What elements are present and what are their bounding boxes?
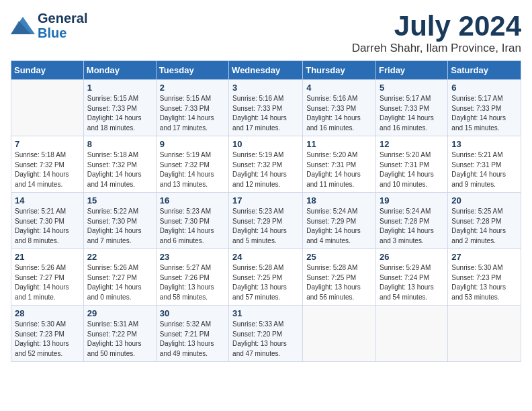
calendar-cell: 6Sunrise: 5:17 AM Sunset: 7:33 PM Daylig… <box>448 80 521 136</box>
day-number: 27 <box>451 252 517 262</box>
day-number: 11 <box>306 139 372 149</box>
calendar-cell: 4Sunrise: 5:16 AM Sunset: 7:33 PM Daylig… <box>303 80 376 136</box>
header-wednesday: Wednesday <box>229 61 303 80</box>
day-number: 10 <box>232 139 299 149</box>
cell-content: Sunrise: 5:30 AM Sunset: 7:23 PM Dayligh… <box>451 263 517 302</box>
logo-text-general: General <box>38 11 87 26</box>
week-row-4: 21Sunrise: 5:26 AM Sunset: 7:27 PM Dayli… <box>11 249 521 306</box>
calendar-cell: 1Sunrise: 5:15 AM Sunset: 7:33 PM Daylig… <box>83 80 156 136</box>
cell-content: Sunrise: 5:28 AM Sunset: 7:25 PM Dayligh… <box>306 263 372 302</box>
calendar-cell: 28Sunrise: 5:30 AM Sunset: 7:23 PM Dayli… <box>11 306 84 362</box>
logo-text-blue: Blue <box>38 26 87 40</box>
cell-content: Sunrise: 5:19 AM Sunset: 7:32 PM Dayligh… <box>160 150 225 189</box>
cell-content: Sunrise: 5:23 AM Sunset: 7:29 PM Dayligh… <box>232 207 299 246</box>
calendar-cell: 30Sunrise: 5:32 AM Sunset: 7:21 PM Dayli… <box>156 306 228 362</box>
calendar-header-row: Sunday Monday Tuesday Wednesday Thursday… <box>11 61 521 80</box>
day-number: 3 <box>232 83 299 93</box>
header-friday: Friday <box>376 61 448 80</box>
cell-content: Sunrise: 5:18 AM Sunset: 7:32 PM Dayligh… <box>15 150 80 189</box>
day-number: 8 <box>87 139 152 149</box>
day-number: 31 <box>232 308 299 318</box>
header-saturday: Saturday <box>448 61 521 80</box>
calendar-cell: 9Sunrise: 5:19 AM Sunset: 7:32 PM Daylig… <box>156 136 228 193</box>
header: General Blue July 2024 Darreh Shahr, Ila… <box>11 11 521 55</box>
calendar-cell: 7Sunrise: 5:18 AM Sunset: 7:32 PM Daylig… <box>11 136 84 193</box>
calendar-cell: 10Sunrise: 5:19 AM Sunset: 7:32 PM Dayli… <box>229 136 303 193</box>
location-title: Darreh Shahr, Ilam Province, Iran <box>352 42 521 55</box>
cell-content: Sunrise: 5:16 AM Sunset: 7:33 PM Dayligh… <box>232 94 299 133</box>
cell-content: Sunrise: 5:30 AM Sunset: 7:23 PM Dayligh… <box>15 320 80 359</box>
calendar-cell: 13Sunrise: 5:21 AM Sunset: 7:31 PM Dayli… <box>448 136 521 193</box>
cell-content: Sunrise: 5:24 AM Sunset: 7:28 PM Dayligh… <box>380 207 444 246</box>
cell-content: Sunrise: 5:23 AM Sunset: 7:30 PM Dayligh… <box>160 207 225 246</box>
calendar-cell: 17Sunrise: 5:23 AM Sunset: 7:29 PM Dayli… <box>229 193 303 249</box>
cell-content: Sunrise: 5:21 AM Sunset: 7:31 PM Dayligh… <box>451 150 517 189</box>
week-row-1: 1Sunrise: 5:15 AM Sunset: 7:33 PM Daylig… <box>11 80 521 136</box>
calendar-cell: 8Sunrise: 5:18 AM Sunset: 7:32 PM Daylig… <box>83 136 156 193</box>
day-number: 13 <box>451 139 517 149</box>
calendar-cell: 24Sunrise: 5:28 AM Sunset: 7:25 PM Dayli… <box>229 249 303 306</box>
cell-content: Sunrise: 5:22 AM Sunset: 7:30 PM Dayligh… <box>87 207 152 246</box>
cell-content: Sunrise: 5:15 AM Sunset: 7:33 PM Dayligh… <box>87 94 152 133</box>
calendar-cell: 2Sunrise: 5:15 AM Sunset: 7:33 PM Daylig… <box>156 80 228 136</box>
cell-content: Sunrise: 5:27 AM Sunset: 7:26 PM Dayligh… <box>160 263 225 302</box>
cell-content: Sunrise: 5:26 AM Sunset: 7:27 PM Dayligh… <box>87 263 152 302</box>
day-number: 23 <box>160 252 225 262</box>
cell-content: Sunrise: 5:24 AM Sunset: 7:29 PM Dayligh… <box>306 207 372 246</box>
day-number: 12 <box>380 139 444 149</box>
day-number: 28 <box>15 308 80 318</box>
day-number: 25 <box>306 252 372 262</box>
day-number: 6 <box>451 83 517 93</box>
day-number: 14 <box>15 195 80 205</box>
cell-content: Sunrise: 5:25 AM Sunset: 7:28 PM Dayligh… <box>451 207 517 246</box>
cell-content: Sunrise: 5:19 AM Sunset: 7:32 PM Dayligh… <box>232 150 299 189</box>
calendar-cell: 25Sunrise: 5:28 AM Sunset: 7:25 PM Dayli… <box>303 249 376 306</box>
cell-content: Sunrise: 5:32 AM Sunset: 7:21 PM Dayligh… <box>160 320 225 359</box>
calendar-cell: 12Sunrise: 5:20 AM Sunset: 7:31 PM Dayli… <box>376 136 448 193</box>
week-row-2: 7Sunrise: 5:18 AM Sunset: 7:32 PM Daylig… <box>11 136 521 193</box>
day-number: 16 <box>160 195 225 205</box>
logo: General Blue <box>11 11 87 40</box>
day-number: 24 <box>232 252 299 262</box>
cell-content: Sunrise: 5:16 AM Sunset: 7:33 PM Dayligh… <box>306 94 372 133</box>
cell-content: Sunrise: 5:20 AM Sunset: 7:31 PM Dayligh… <box>380 150 444 189</box>
day-number: 22 <box>87 252 152 262</box>
cell-content: Sunrise: 5:29 AM Sunset: 7:24 PM Dayligh… <box>380 263 444 302</box>
week-row-3: 14Sunrise: 5:21 AM Sunset: 7:30 PM Dayli… <box>11 193 521 249</box>
cell-content: Sunrise: 5:28 AM Sunset: 7:25 PM Dayligh… <box>232 263 299 302</box>
day-number: 19 <box>380 195 444 205</box>
cell-content: Sunrise: 5:26 AM Sunset: 7:27 PM Dayligh… <box>15 263 80 302</box>
calendar-cell: 11Sunrise: 5:20 AM Sunset: 7:31 PM Dayli… <box>303 136 376 193</box>
calendar-cell: 3Sunrise: 5:16 AM Sunset: 7:33 PM Daylig… <box>229 80 303 136</box>
calendar-cell: 31Sunrise: 5:33 AM Sunset: 7:20 PM Dayli… <box>229 306 303 362</box>
cell-content: Sunrise: 5:31 AM Sunset: 7:22 PM Dayligh… <box>87 320 152 359</box>
calendar-cell: 16Sunrise: 5:23 AM Sunset: 7:30 PM Dayli… <box>156 193 228 249</box>
calendar-cell: 23Sunrise: 5:27 AM Sunset: 7:26 PM Dayli… <box>156 249 228 306</box>
calendar-cell: 26Sunrise: 5:29 AM Sunset: 7:24 PM Dayli… <box>376 249 448 306</box>
day-number: 30 <box>160 308 225 318</box>
calendar-cell: 27Sunrise: 5:30 AM Sunset: 7:23 PM Dayli… <box>448 249 521 306</box>
calendar-cell: 19Sunrise: 5:24 AM Sunset: 7:28 PM Dayli… <box>376 193 448 249</box>
cell-content: Sunrise: 5:21 AM Sunset: 7:30 PM Dayligh… <box>15 207 80 246</box>
day-number: 7 <box>15 139 80 149</box>
day-number: 26 <box>380 252 444 262</box>
day-number: 1 <box>87 83 152 93</box>
cell-content: Sunrise: 5:18 AM Sunset: 7:32 PM Dayligh… <box>87 150 152 189</box>
title-area: July 2024 Darreh Shahr, Ilam Province, I… <box>352 11 521 55</box>
calendar-table: Sunday Monday Tuesday Wednesday Thursday… <box>11 60 521 362</box>
day-number: 20 <box>451 195 517 205</box>
header-thursday: Thursday <box>303 61 376 80</box>
cell-content: Sunrise: 5:17 AM Sunset: 7:33 PM Dayligh… <box>451 94 517 133</box>
header-sunday: Sunday <box>11 61 84 80</box>
calendar-cell <box>448 306 521 362</box>
calendar-cell: 20Sunrise: 5:25 AM Sunset: 7:28 PM Dayli… <box>448 193 521 249</box>
day-number: 4 <box>306 83 372 93</box>
calendar-cell: 29Sunrise: 5:31 AM Sunset: 7:22 PM Dayli… <box>83 306 156 362</box>
calendar-cell: 21Sunrise: 5:26 AM Sunset: 7:27 PM Dayli… <box>11 249 84 306</box>
day-number: 2 <box>160 83 225 93</box>
day-number: 15 <box>87 195 152 205</box>
day-number: 29 <box>87 308 152 318</box>
logo-icon <box>11 15 36 36</box>
day-number: 18 <box>306 195 372 205</box>
day-number: 5 <box>380 83 444 93</box>
